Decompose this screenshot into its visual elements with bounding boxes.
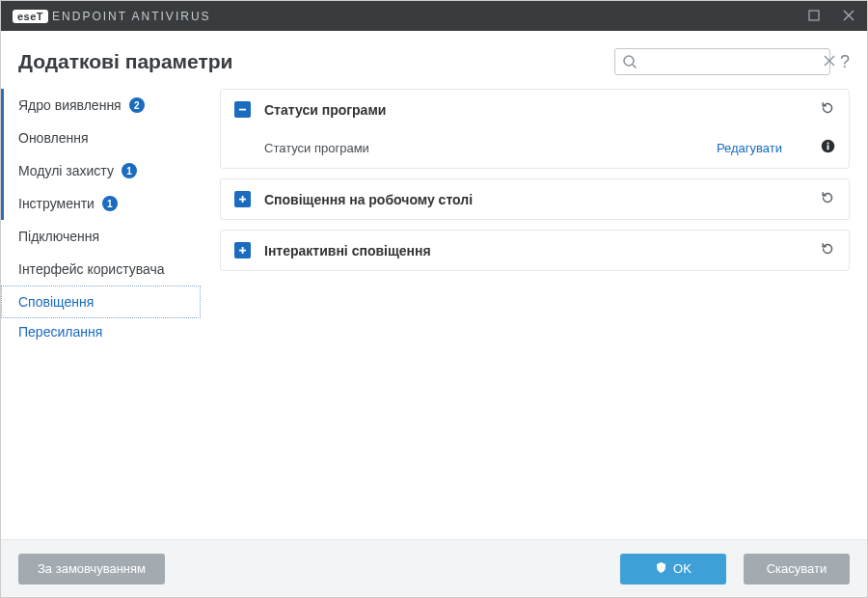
expand-icon	[234, 242, 251, 258]
page-title: Додаткові параметри	[18, 50, 233, 73]
sidebar-item-label: Підключення	[18, 229, 99, 244]
reset-icon[interactable]	[820, 241, 835, 259]
product-logo: eseT ENDPOINT ANTIVIRUS	[13, 10, 211, 23]
panel-title: Сповіщення на робочому столі	[264, 192, 473, 207]
sidebar-item-label: Модулі захисту	[18, 163, 114, 178]
expand-icon	[234, 191, 251, 207]
svg-rect-4	[827, 145, 829, 150]
sidebar-item-label: Оновлення	[18, 130, 89, 146]
sidebar-item-label: Інтерфейс користувача	[18, 261, 165, 277]
svg-rect-0	[809, 11, 819, 20]
info-icon[interactable]	[821, 139, 835, 156]
sidebar-item-detection-engine[interactable]: Ядро виявлення 2	[1, 89, 201, 122]
button-label: OK	[673, 561, 692, 576]
ok-button[interactable]: OK	[620, 554, 726, 584]
sidebar-item-notifications[interactable]: Сповіщення	[1, 285, 201, 318]
cancel-button[interactable]: Скасувати	[744, 554, 850, 584]
svg-rect-9	[242, 247, 244, 254]
panel-app-statuses: Статуси програми Статуси програми Редагу…	[220, 89, 850, 169]
sidebar-item-ui[interactable]: Інтерфейс користувача	[1, 253, 201, 285]
button-label: За замовчуванням	[38, 561, 146, 576]
setting-row-app-statuses: Статуси програми Редагувати	[221, 129, 849, 168]
defaults-button[interactable]: За замовчуванням	[18, 554, 165, 584]
panel-title: Статуси програми	[264, 102, 386, 118]
sidebar-item-label: Ядро виявлення	[18, 97, 122, 113]
reset-icon[interactable]	[820, 100, 835, 119]
titlebar: eseT ENDPOINT ANTIVIRUS	[1, 1, 867, 31]
sidebar-item-tools[interactable]: Інструменти 1	[1, 187, 201, 220]
search-box[interactable]	[614, 48, 830, 75]
reset-icon[interactable]	[820, 190, 835, 208]
panel-interactive-notifications: Інтерактивні сповіщення	[220, 230, 850, 271]
sidebar-item-label: Пересилання	[18, 324, 102, 340]
footer: За замовчуванням OK Скасувати	[1, 539, 867, 597]
sidebar-badge: 1	[102, 196, 118, 211]
sidebar-item-label: Інструменти	[18, 196, 95, 211]
window-maximize-icon[interactable]	[803, 9, 825, 24]
panel-header[interactable]: Сповіщення на робочому столі	[221, 179, 849, 219]
help-icon[interactable]: ?	[840, 52, 850, 72]
search-input[interactable]	[642, 55, 802, 69]
sidebar-badge: 1	[122, 163, 137, 178]
button-label: Скасувати	[767, 561, 827, 576]
sidebar: Ядро виявлення 2 Оновлення Модулі захист…	[1, 89, 208, 587]
svg-rect-5	[827, 143, 829, 145]
collapse-icon	[234, 101, 251, 118]
sidebar-item-label: Сповіщення	[18, 294, 94, 310]
panel-title: Інтерактивні сповіщення	[264, 243, 431, 258]
edit-link[interactable]: Редагувати	[717, 141, 782, 155]
panel-header[interactable]: Статуси програми	[221, 90, 849, 129]
logo-badge: eseT	[13, 10, 48, 23]
product-name: ENDPOINT ANTIVIRUS	[52, 10, 210, 23]
sidebar-item-connection[interactable]: Підключення	[1, 220, 201, 253]
sidebar-item-protection-modules[interactable]: Модулі захисту 1	[1, 154, 201, 187]
sidebar-subitem-forwarding[interactable]: Пересилання	[1, 318, 201, 345]
svg-rect-2	[239, 109, 246, 111]
header: Додаткові параметри ?	[1, 31, 867, 89]
sidebar-item-update[interactable]: Оновлення	[1, 122, 201, 154]
svg-rect-7	[242, 196, 244, 203]
content-area: Статуси програми Статуси програми Редагу…	[208, 89, 867, 587]
setting-label: Статуси програми	[264, 141, 369, 155]
shield-icon	[655, 561, 667, 577]
sidebar-badge: 2	[129, 97, 145, 113]
svg-point-1	[624, 56, 634, 66]
panel-header[interactable]: Інтерактивні сповіщення	[221, 231, 849, 270]
window-close-icon[interactable]	[838, 9, 859, 24]
panel-desktop-notifications: Сповіщення на робочому столі	[220, 178, 850, 220]
